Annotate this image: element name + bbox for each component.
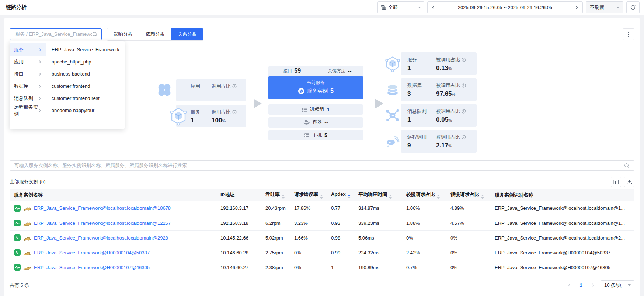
tab-impact-analysis[interactable]: 影响分析 bbox=[107, 28, 139, 40]
dropdown-category-remote-instance[interactable]: 远程服务实例 bbox=[10, 104, 46, 116]
col-apdex[interactable]: Apdex bbox=[327, 189, 354, 201]
col-very-slow-ratio[interactable]: 很慢请求占比 bbox=[446, 189, 490, 201]
dropdown-option[interactable]: onedemo-happytour bbox=[46, 104, 125, 116]
table-header-row: 服务实例名称 IP地址 吞吐率 请求错误率 Apdex 平均响应时间 较慢请求占… bbox=[10, 189, 634, 201]
database-icon bbox=[384, 81, 401, 98]
service-hexagon-icon bbox=[384, 55, 401, 72]
dropdown-category-interface[interactable]: 接口 bbox=[10, 68, 46, 80]
time-range-picker[interactable]: 2025-09-29 15:26:05 ~ 2025-09-29 16:26:0… bbox=[427, 1, 583, 13]
col-throughput[interactable]: 吞吐率 bbox=[261, 189, 290, 201]
dropdown-option-list: ERP_Java_Service_Framework apache_httpd_… bbox=[46, 43, 125, 116]
refresh-icon bbox=[630, 4, 636, 10]
col-avg-response[interactable]: 平均响应时间 bbox=[354, 189, 402, 201]
page-title: 链路分析 bbox=[6, 4, 27, 11]
scope-select[interactable]: 全部 bbox=[377, 1, 424, 13]
chevron-right-icon bbox=[38, 60, 42, 64]
dropdown-option[interactable]: business backend bbox=[46, 68, 125, 80]
dropdown-category-service[interactable]: 服务 bbox=[10, 43, 46, 56]
host-server-icon bbox=[304, 133, 310, 138]
chevron-right-icon bbox=[38, 108, 42, 113]
toolbar: 服务 / ERP_Java_Service_Framework 影响分析 依赖分… bbox=[4, 18, 640, 41]
instance-link[interactable]: ERP_Java_Service_Framework@localhost.loc… bbox=[34, 205, 171, 211]
instance-section-title: 全部服务实例 (5) bbox=[10, 178, 46, 185]
info-icon[interactable] bbox=[232, 84, 237, 88]
prev-page-button[interactable] bbox=[565, 281, 573, 290]
container-row[interactable]: 容器 -- bbox=[268, 117, 363, 128]
service-search-placeholder: 服务 / ERP_Java_Service_Framework bbox=[15, 31, 93, 38]
downstream-message-queue-card[interactable]: 消息队列 1 被调用占比 0.05% bbox=[401, 104, 477, 127]
services-list-icon bbox=[381, 5, 386, 10]
instance-link[interactable]: ERP_Java_Service_Framework@H00000104@503… bbox=[34, 250, 150, 255]
dropdown-option[interactable]: customer frontend rest bbox=[46, 92, 125, 104]
interface-count-cell[interactable]: 接口59 bbox=[268, 66, 316, 76]
time-range-value: 2025-09-29 15:26:05 ~ 2025-09-29 16:26:0… bbox=[436, 5, 574, 10]
health-status-icon bbox=[14, 264, 21, 271]
dropdown-category-message-queue[interactable]: 消息队列 bbox=[10, 92, 46, 104]
page-size-select[interactable]: 10 条/页 bbox=[601, 280, 634, 290]
instance-filter-input[interactable]: 可输入服务实例名称、服务实例识别名称、所属服务、所属服务识别名称进行搜索 bbox=[10, 160, 634, 171]
info-icon[interactable] bbox=[462, 83, 466, 88]
download-icon bbox=[627, 179, 632, 185]
downstream-service-card[interactable]: 服务 1 被调用占比 0.13% bbox=[401, 52, 477, 75]
pagination: 1 10 条/页 bbox=[565, 280, 634, 290]
host-row[interactable]: 主机 5 bbox=[268, 130, 363, 140]
instance-link[interactable]: ERP_Java_Service_Framework@H00000107@463… bbox=[34, 265, 150, 270]
dropdown-category-database[interactable]: 数据库 bbox=[10, 80, 46, 92]
search-suggestion-dropdown: 服务 应用 接口 数据库 消息队列 远程服务实例 bbox=[10, 41, 125, 129]
refresh-button[interactable] bbox=[626, 1, 640, 13]
chevron-left-icon[interactable] bbox=[431, 5, 436, 10]
instance-link[interactable]: ERP_Java_Service_Framework@localhost.loc… bbox=[34, 220, 171, 226]
col-instance-name: 服务实例名称 bbox=[10, 189, 216, 201]
chevron-right-icon bbox=[38, 84, 42, 88]
info-icon[interactable] bbox=[462, 58, 466, 62]
process-group-icon bbox=[302, 107, 307, 112]
downstream-remote-call-card[interactable]: 远程调用 9 被调用占比 2.17% bbox=[401, 130, 477, 153]
current-service-instance-node[interactable]: 当前服务 服务实例 5 bbox=[268, 76, 363, 99]
table-row: ERP_Java_Service_Framework@localhost.loc… bbox=[10, 201, 634, 216]
dropdown-category-application[interactable]: 应用 bbox=[10, 56, 46, 68]
service-hexagon-icon bbox=[169, 107, 188, 126]
current-service-node: 接口59 关键方法-- 当前服务 服务实例 5 bbox=[268, 66, 363, 143]
total-count-text: 共有 5 条 bbox=[10, 282, 29, 289]
col-error-rate[interactable]: 请求错误率 bbox=[290, 189, 327, 201]
tab-dependency-analysis[interactable]: 依赖分析 bbox=[139, 28, 171, 40]
col-slow-ratio[interactable]: 较慢请求占比 bbox=[402, 189, 446, 201]
chevron-right-icon[interactable] bbox=[574, 5, 579, 10]
dropdown-option[interactable]: ERP_Java_Service_Framework bbox=[46, 43, 125, 56]
table-row: ERP_Java_Service_Framework@H00000107@463… bbox=[10, 260, 634, 275]
info-icon[interactable] bbox=[462, 135, 466, 139]
tab-relation-analysis[interactable]: 关系分析 bbox=[171, 28, 203, 40]
application-icon bbox=[156, 82, 173, 98]
instance-link[interactable]: ERP_Java_Service_Framework@localhost.loc… bbox=[34, 235, 168, 241]
tomcat-icon bbox=[23, 235, 31, 241]
more-actions-button[interactable] bbox=[623, 28, 634, 40]
downstream-database-card[interactable]: 数据库 3 被调用占比 97.65% bbox=[401, 78, 477, 101]
health-status-icon bbox=[14, 249, 21, 256]
sort-icon bbox=[437, 195, 440, 199]
current-service-badge: 当前服务 bbox=[268, 80, 363, 86]
health-status-icon bbox=[14, 205, 21, 212]
info-icon[interactable] bbox=[462, 109, 466, 114]
cube-icon bbox=[298, 88, 304, 94]
service-search-input[interactable]: 服务 / ERP_Java_Service_Framework bbox=[10, 28, 102, 40]
next-page-button[interactable] bbox=[589, 281, 597, 290]
dropdown-option[interactable]: apache_httpd_php bbox=[46, 56, 125, 68]
sort-icon bbox=[320, 195, 323, 199]
chevron-right-icon bbox=[38, 72, 42, 76]
process-group-row[interactable]: 进程组 1 bbox=[268, 104, 363, 115]
column-settings-button[interactable] bbox=[611, 177, 621, 187]
key-method-cell[interactable]: 关键方法-- bbox=[316, 66, 363, 76]
upstream-application-card[interactable]: 应用 -- 调用占比 -- bbox=[176, 79, 246, 101]
refresh-mode-select[interactable]: 不刷新 bbox=[586, 1, 623, 13]
main-panel: 服务 / ERP_Java_Service_Framework 影响分析 依赖分… bbox=[4, 18, 640, 296]
search-icon bbox=[92, 32, 98, 37]
sort-icon-active bbox=[348, 194, 351, 199]
download-button[interactable] bbox=[624, 177, 634, 187]
page-number[interactable]: 1 bbox=[577, 282, 585, 288]
search-icon[interactable] bbox=[624, 163, 630, 168]
topbar: 链路分析 全部 2025-09-29 15:26:05 ~ 2025-09-29… bbox=[0, 0, 644, 15]
dropdown-option[interactable]: customer frontend bbox=[46, 80, 125, 92]
info-icon[interactable] bbox=[232, 110, 237, 114]
table-row: ERP_Java_Service_Framework@localhost.loc… bbox=[10, 216, 634, 230]
tomcat-icon bbox=[23, 220, 31, 226]
